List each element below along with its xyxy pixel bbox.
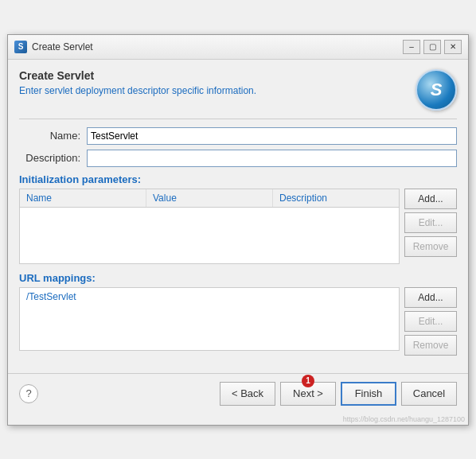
url-add-button[interactable]: Add... (404, 287, 457, 308)
url-mappings-list[interactable]: /TestServlet (19, 287, 400, 351)
dialog-content: Create Servlet Enter servlet deployment … (8, 60, 468, 373)
url-edit-button[interactable]: Edit... (404, 311, 457, 332)
bottom-bar: ? < Back 1 Next > Finish Cancel (8, 373, 468, 415)
minimize-button[interactable]: – (403, 40, 420, 54)
window-icon: S (14, 41, 27, 53)
init-add-button[interactable]: Add... (404, 189, 457, 209)
title-bar: S Create Servlet – ▢ ✕ (8, 35, 468, 60)
name-row: Name: (19, 127, 457, 145)
col-value: Value (146, 189, 273, 207)
help-button[interactable]: ? (19, 384, 38, 403)
maximize-button[interactable]: ▢ (423, 40, 441, 54)
init-params-buttons: Add... Edit... Remove (404, 189, 457, 264)
close-button[interactable]: ✕ (444, 40, 462, 54)
header-area: Create Servlet Enter servlet deployment … (19, 69, 457, 111)
finish-button[interactable]: Finish (341, 382, 396, 406)
url-remove-button[interactable]: Remove (404, 335, 457, 356)
window-controls: – ▢ ✕ (403, 40, 462, 54)
servlet-logo: S (416, 69, 457, 111)
table-body[interactable] (20, 208, 399, 263)
window-title: Create Servlet (32, 41, 403, 53)
name-label: Name: (19, 130, 87, 142)
header-separator (19, 119, 457, 119)
table-header: Name Value Description (20, 189, 399, 208)
back-button[interactable]: < Back (220, 382, 275, 406)
init-edit-button[interactable]: Edit... (404, 212, 457, 233)
nav-buttons: < Back 1 Next > Finish Cancel (220, 382, 457, 406)
description-row: Description: (19, 150, 457, 167)
next-button[interactable]: 1 Next > (280, 382, 336, 406)
url-item: /TestServlet (20, 288, 399, 305)
init-remove-button[interactable]: Remove (404, 236, 457, 257)
next-badge: 1 (302, 375, 314, 387)
url-mappings-buttons: Add... Edit... Remove (404, 287, 457, 356)
init-params-table: Name Value Description (19, 189, 400, 264)
dialog-subtitle: Enter servlet deployment descriptor spec… (19, 85, 416, 96)
watermark: https://blog.csdn.net/huangu_1287100 (8, 415, 468, 425)
dialog-title: Create Servlet (19, 69, 416, 82)
header-text: Create Servlet Enter servlet deployment … (19, 69, 416, 96)
init-params-area: Name Value Description Add... Edit... Re… (19, 189, 457, 264)
init-params-label: Initialization parameters: (19, 173, 457, 185)
col-description: Description (273, 189, 399, 207)
cancel-button[interactable]: Cancel (401, 382, 457, 406)
description-label: Description: (19, 152, 87, 164)
col-name: Name (20, 189, 146, 207)
url-mappings-area: /TestServlet Add... Edit... Remove (19, 287, 457, 356)
dialog-window: S Create Servlet – ▢ ✕ Create Servlet En… (7, 34, 469, 426)
name-input[interactable] (87, 127, 457, 145)
description-input[interactable] (87, 150, 457, 167)
url-mappings-label: URL mappings: (19, 272, 457, 284)
